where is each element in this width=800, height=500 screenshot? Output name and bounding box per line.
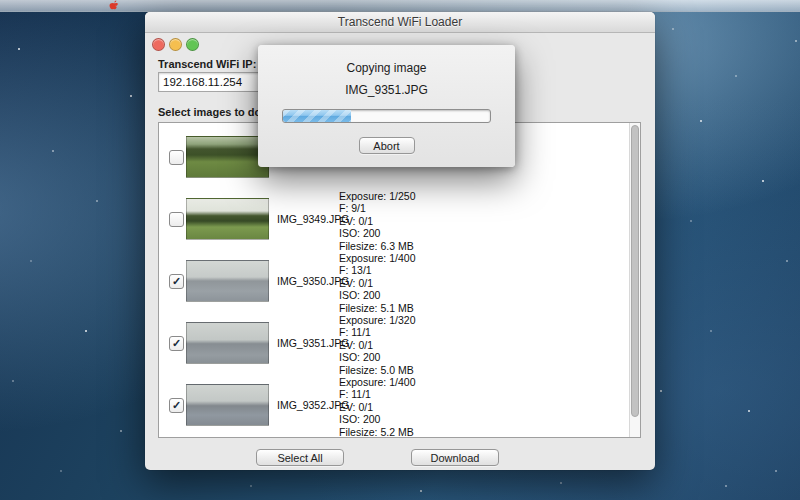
list-item[interactable]: ✓ IMG_9351.JPG Exposure: 1/320F: 11/1EV:…: [159, 312, 629, 374]
select-all-button[interactable]: Select All: [256, 449, 344, 466]
menu-bar: [0, 0, 800, 12]
wifi-ip-label: Transcend WiFi IP:: [158, 58, 256, 70]
progress-fill: [283, 110, 351, 122]
row-thumbnail: [186, 322, 269, 364]
row-thumbnail: [186, 384, 269, 426]
row-metadata: Exposure: 1/250F: 9/1EV: 0/1ISO: 200File…: [339, 190, 415, 252]
dialog-title: Copying image: [258, 61, 515, 75]
minimize-button[interactable]: [169, 38, 182, 51]
image-list: IMG_9348.JPG IMG_9349.JPG Exposure: 1/25…: [158, 122, 641, 438]
row-checkbox[interactable]: [169, 150, 184, 165]
row-checkbox[interactable]: ✓: [169, 398, 184, 413]
window-title: Transcend WiFi Loader: [145, 12, 655, 32]
row-checkbox[interactable]: [169, 212, 184, 227]
close-button[interactable]: [152, 38, 165, 51]
row-metadata: Exposure: 1/400F: 11/1EV: 0/1ISO: 200Fil…: [339, 376, 415, 437]
download-button[interactable]: Download: [411, 449, 499, 466]
row-metadata: Exposure: 1/400F: 13/1EV: 0/1ISO: 200Fil…: [339, 252, 415, 314]
window-titlebar[interactable]: Transcend WiFi Loader: [145, 12, 655, 33]
apple-menu-icon[interactable]: [108, 0, 120, 11]
scrollbar-thumb[interactable]: [631, 125, 639, 417]
list-item[interactable]: IMG_9349.JPG Exposure: 1/250F: 9/1EV: 0/…: [159, 188, 629, 250]
list-item[interactable]: ✓ IMG_9350.JPG Exposure: 1/400F: 13/1EV:…: [159, 250, 629, 312]
zoom-button[interactable]: [186, 38, 199, 51]
list-item[interactable]: ✓ IMG_9352.JPG Exposure: 1/400F: 11/1EV:…: [159, 374, 629, 436]
copy-progress-dialog: Copying image IMG_9351.JPG Abort: [258, 45, 515, 167]
progress-bar: [282, 109, 491, 123]
desktop: Transcend WiFi Loader Transcend WiFi IP:…: [0, 0, 800, 500]
row-checkbox[interactable]: ✓: [169, 336, 184, 351]
row-metadata: Exposure: 1/320F: 11/1EV: 0/1ISO: 200Fil…: [339, 314, 415, 376]
traffic-lights: [152, 38, 199, 51]
scrollbar[interactable]: [629, 123, 640, 437]
row-thumbnail: [186, 136, 269, 178]
row-thumbnail: [186, 198, 269, 240]
row-checkbox[interactable]: ✓: [169, 274, 184, 289]
row-thumbnail: [186, 260, 269, 302]
image-list-rows: IMG_9348.JPG IMG_9349.JPG Exposure: 1/25…: [159, 123, 629, 437]
abort-button[interactable]: Abort: [359, 137, 415, 154]
dialog-copying-filename: IMG_9351.JPG: [258, 83, 515, 97]
